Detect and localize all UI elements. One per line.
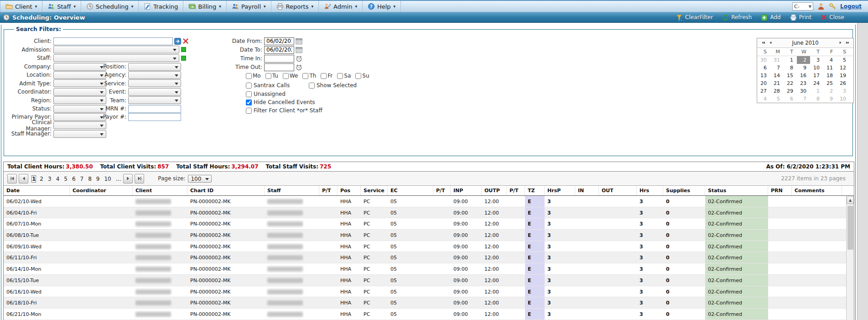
table-row[interactable]: 06/08/10-TuePN-0000002-MKHHAPC0509:0012:…: [4, 230, 854, 241]
payor-input[interactable]: [128, 113, 181, 121]
admission-dropdown[interactable]: [53, 46, 179, 53]
pager-first-button[interactable]: [7, 174, 17, 184]
weekday-checkbox-input-th[interactable]: [302, 73, 308, 79]
calendar-day[interactable]: 22: [784, 79, 797, 87]
calendar-day[interactable]: 16: [797, 72, 810, 79]
menu-item-payroll[interactable]: Payroll▾: [227, 1, 271, 12]
column-header-date[interactable]: Date: [4, 186, 70, 195]
calendar-day[interactable]: 30: [757, 56, 770, 64]
calendar-next-month-button[interactable]: [837, 40, 844, 46]
calendar-day[interactable]: 9: [823, 95, 837, 103]
team-dropdown[interactable]: [128, 96, 181, 104]
column-header-chart_id[interactable]: Chart ID: [187, 186, 265, 195]
table-row[interactable]: 06/14/10-MonPN-0000002-MKHHAPC0509:0012:…: [4, 263, 854, 275]
menu-item-billing[interactable]: Billing▾: [183, 1, 226, 12]
checkbox-input-filter-for-client-or-staff[interactable]: [246, 108, 252, 114]
calendar-day[interactable]: 2: [823, 87, 837, 95]
table-row[interactable]: 06/09/10-WedPN-0000002-MKHHAPC0509:0012:…: [4, 241, 854, 252]
menu-item-client[interactable]: Client▾: [0, 1, 42, 12]
menu-item-staff[interactable]: Staff▾: [42, 1, 81, 12]
calendar-day[interactable]: 27: [757, 87, 770, 95]
calendar-day[interactable]: 9: [797, 64, 810, 72]
column-header-comments[interactable]: Comments: [792, 186, 842, 195]
column-header-supplies[interactable]: Supplies: [663, 186, 705, 195]
column-header-inp[interactable]: INP: [451, 186, 482, 195]
checkbox-input-unassigned[interactable]: [246, 91, 252, 97]
menu-item-scheduling[interactable]: Scheduling▾: [81, 1, 139, 12]
calendar-day[interactable]: 29: [784, 87, 797, 95]
column-header-client[interactable]: Client: [133, 186, 187, 195]
time_out-input[interactable]: [264, 63, 294, 71]
menu-item-tracking[interactable]: Tracking: [139, 1, 183, 12]
table-row[interactable]: 06/18/10-FriPN-0000002-MKHHAPC0509:0012:…: [4, 297, 854, 309]
pager-ellipsis[interactable]: ...: [116, 176, 121, 182]
calendar-day[interactable]: 1: [810, 87, 823, 95]
staff-dropdown[interactable]: [53, 54, 179, 62]
page-size-select[interactable]: 100: [188, 175, 212, 183]
calendar-day[interactable]: 6: [784, 95, 797, 103]
calendar-day[interactable]: 8: [810, 95, 823, 103]
checkbox-input-santrax-calls[interactable]: [246, 83, 252, 89]
menu-item-help[interactable]: ?Help▾: [363, 1, 401, 12]
column-header-hrsp[interactable]: HrsP: [545, 186, 575, 195]
pager-page-8[interactable]: 8: [88, 176, 92, 182]
column-header-pt2[interactable]: P/T: [433, 186, 451, 195]
calendar-day[interactable]: 7: [797, 95, 810, 103]
pager-next-button[interactable]: [123, 174, 133, 184]
logout-link[interactable]: Logout: [840, 3, 862, 10]
calendar-prev-month-button[interactable]: [767, 40, 774, 46]
column-header-status[interactable]: Status: [705, 186, 768, 195]
company-select[interactable]: C- ▼: [792, 2, 813, 10]
table-row[interactable]: 06/02/10-WedPN-0000002-MKHHAPC0509:0012:…: [4, 196, 854, 207]
table-row[interactable]: 06/04/10-FriPN-0000002-MKHHAPC0509:0012:…: [4, 207, 854, 219]
pager-last-button[interactable]: [135, 174, 144, 184]
column-header-pt1[interactable]: P/T: [319, 186, 338, 195]
column-header-out[interactable]: OUT: [599, 186, 637, 195]
calendar-day[interactable]: 4: [823, 56, 837, 64]
clinical_manager-dropdown[interactable]: [53, 121, 106, 129]
pager-page-5[interactable]: 5: [64, 176, 68, 182]
date_from-input[interactable]: [264, 37, 294, 45]
print-button[interactable]: Print: [790, 14, 812, 21]
weekday-checkbox-input-sa[interactable]: [337, 73, 343, 79]
calendar-day[interactable]: 23: [797, 79, 810, 87]
service-dropdown[interactable]: [128, 79, 181, 87]
pager-page-6[interactable]: 6: [72, 176, 76, 182]
mrn-input[interactable]: [128, 105, 181, 113]
alarm-icon[interactable]: [296, 64, 302, 71]
weekday-checkbox-input-we[interactable]: [283, 73, 289, 79]
calendar-day[interactable]: 11: [823, 64, 837, 72]
client-clear-button[interactable]: [182, 38, 189, 45]
column-header-in[interactable]: IN: [575, 186, 599, 195]
position-dropdown[interactable]: [128, 63, 181, 71]
calendar-day[interactable]: 21: [770, 79, 784, 87]
refresh-button[interactable]: Refresh: [722, 14, 752, 21]
calendar-day[interactable]: 25: [823, 79, 837, 87]
calendar-day[interactable]: 14: [770, 72, 784, 79]
calendar-day[interactable]: 10: [837, 95, 850, 103]
calendar-day[interactable]: 3: [810, 56, 823, 64]
table-row[interactable]: 06/15/10-TuePN-0000002-MKHHAPC0509:0012:…: [4, 275, 854, 286]
calendar-day[interactable]: 10: [810, 64, 823, 72]
calendar-day[interactable]: 4: [757, 95, 770, 103]
time_in-input[interactable]: [264, 55, 294, 63]
menu-item-reports[interactable]: Reports▾: [271, 1, 319, 12]
calendar-day[interactable]: 8: [784, 64, 797, 72]
date_to-input[interactable]: [264, 46, 294, 54]
calendar-day[interactable]: 26: [837, 79, 850, 87]
calendar-day[interactable]: 15: [784, 72, 797, 79]
column-header-ec[interactable]: EC: [388, 186, 433, 195]
table-row[interactable]: 06/21/10-MonPN-0000002-MKHHAPC0509:0012:…: [4, 309, 854, 320]
pager-page-4[interactable]: 4: [56, 176, 60, 182]
calendar-day[interactable]: 1: [784, 56, 797, 64]
column-header-staff[interactable]: Staff: [265, 186, 319, 195]
calendar-day[interactable]: 20: [757, 79, 770, 87]
scroll-up-icon[interactable]: ▲: [847, 196, 854, 204]
calendar-day[interactable]: 5: [770, 95, 784, 103]
calendar-day[interactable]: 13: [757, 72, 770, 79]
calendar-day[interactable]: 19: [837, 72, 850, 79]
agency-dropdown[interactable]: [128, 71, 181, 79]
column-header-prn[interactable]: PRN: [768, 186, 792, 195]
calendar-day[interactable]: 17: [810, 72, 823, 79]
pager-page-9[interactable]: 9: [96, 176, 100, 182]
